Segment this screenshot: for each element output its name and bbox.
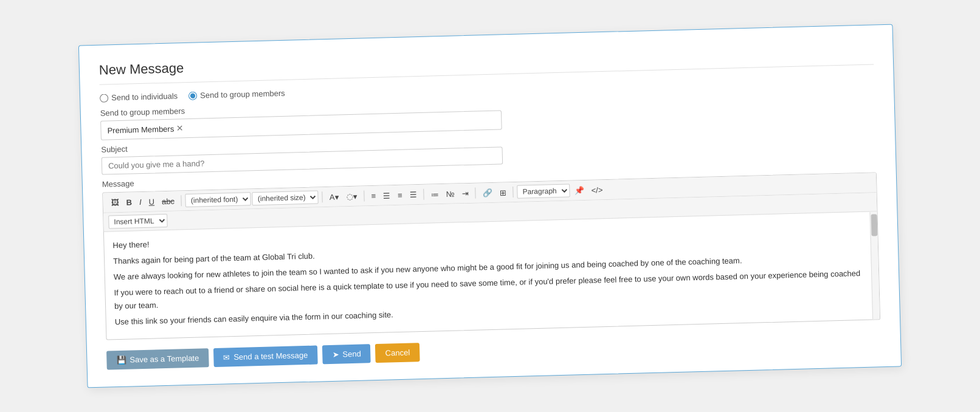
font-family-select[interactable]: (inherited font) bbox=[185, 193, 252, 208]
send-test-icon: ✉ bbox=[223, 352, 230, 362]
sep2 bbox=[322, 191, 323, 202]
source-btn[interactable]: </> bbox=[588, 184, 606, 197]
strikethrough-btn[interactable]: abc bbox=[159, 194, 178, 208]
new-message-card: New Message Send to individuals Send to … bbox=[78, 24, 902, 388]
send-button[interactable]: ➤ Send bbox=[322, 344, 371, 364]
send-label: Send bbox=[342, 349, 361, 359]
font-color-label: A bbox=[330, 192, 335, 201]
radio-individuals-input[interactable] bbox=[100, 94, 108, 102]
unordered-list-btn[interactable]: ≔ bbox=[427, 188, 442, 201]
save-template-label: Save as a Template bbox=[129, 353, 199, 364]
table-btn[interactable]: ⊞ bbox=[496, 186, 509, 199]
sep4 bbox=[423, 189, 424, 200]
pin-btn[interactable]: 📌 bbox=[571, 184, 587, 197]
sep3 bbox=[364, 191, 364, 202]
group-tag-remove[interactable]: ✕ bbox=[176, 123, 184, 133]
italic-btn[interactable]: I bbox=[136, 196, 145, 208]
send-test-label: Send a test Message bbox=[233, 351, 308, 362]
send-test-button[interactable]: ✉ Send a test Message bbox=[213, 345, 318, 366]
justify-btn[interactable]: ☰ bbox=[406, 188, 420, 202]
sep1 bbox=[181, 195, 182, 206]
font-size-select[interactable]: (inherited size) bbox=[252, 191, 319, 206]
message-editor: 🖼 B I U abc (inherited font) (inherited … bbox=[102, 173, 880, 340]
radio-to-group[interactable]: Send to group members bbox=[188, 89, 285, 100]
sep5 bbox=[475, 188, 475, 199]
underline-btn[interactable]: U bbox=[145, 195, 157, 208]
align-left-btn[interactable]: ≡ bbox=[368, 190, 379, 202]
link-btn[interactable]: 🔗 bbox=[479, 186, 495, 199]
align-right-btn[interactable]: ≡ bbox=[395, 188, 405, 201]
group-tag-text: Premium Members bbox=[107, 124, 174, 135]
paragraph-select[interactable]: Paragraph bbox=[517, 184, 570, 199]
bold-btn[interactable]: B bbox=[123, 196, 135, 209]
group-tag: Premium Members ✕ bbox=[107, 123, 184, 135]
align-center-btn[interactable]: ☰ bbox=[380, 189, 394, 202]
sep6 bbox=[512, 187, 513, 197]
indent-btn[interactable]: ⇥ bbox=[458, 187, 472, 201]
insert-image-btn[interactable]: 🖼 bbox=[108, 196, 122, 210]
radio-individuals-label: Send to individuals bbox=[111, 92, 178, 103]
scroll-thumb bbox=[871, 215, 878, 236]
cancel-button[interactable]: Cancel bbox=[375, 343, 419, 363]
radio-to-individuals[interactable]: Send to individuals bbox=[100, 92, 178, 103]
bg-color-icon: ◌ bbox=[346, 192, 353, 201]
radio-group-input[interactable] bbox=[188, 91, 197, 100]
insert-html-select[interactable]: Insert HTML bbox=[108, 214, 168, 229]
save-template-icon: 💾 bbox=[116, 355, 126, 365]
cancel-label: Cancel bbox=[385, 348, 410, 357]
message-body[interactable]: Hey there! Thanks again for being part o… bbox=[104, 212, 880, 340]
radio-group-label: Send to group members bbox=[200, 89, 285, 100]
font-color-btn[interactable]: A ▾ bbox=[326, 190, 342, 204]
ordered-list-btn[interactable]: № bbox=[443, 187, 457, 201]
send-icon: ➤ bbox=[332, 349, 339, 359]
editor-body-wrapper: Hey there! Thanks again for being part o… bbox=[104, 212, 880, 340]
bg-color-btn[interactable]: ◌ ▾ bbox=[343, 190, 361, 203]
save-template-button[interactable]: 💾 Save as a Template bbox=[106, 348, 209, 369]
